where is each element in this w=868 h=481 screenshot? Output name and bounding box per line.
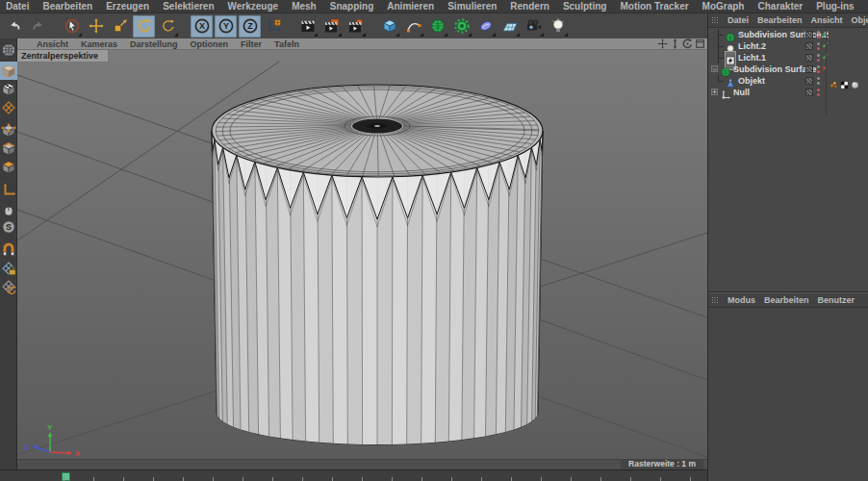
live-selection-tool[interactable]: [61, 15, 83, 38]
menu-motion-tracker[interactable]: Motion Tracker: [620, 1, 688, 12]
add-deformer-button[interactable]: [474, 15, 497, 38]
object-row-licht-1[interactable]: Licht.1✓: [708, 52, 868, 63]
object-label[interactable]: Licht.1: [738, 53, 766, 63]
viewport-menu-ansicht[interactable]: Ansicht: [37, 39, 68, 49]
render-view-button[interactable]: [296, 15, 319, 38]
menu-mesh[interactable]: Mesh: [292, 1, 317, 12]
editor-visibility-dot[interactable]: [817, 31, 820, 34]
menu-rendern[interactable]: Rendern: [510, 1, 549, 12]
menu-bearbeiten[interactable]: Bearbeiten: [42, 1, 92, 12]
tweak-mode-button[interactable]: [0, 199, 17, 217]
workplane-rotate-button[interactable]: [0, 277, 17, 295]
model-mode-button[interactable]: [0, 62, 17, 80]
editor-visibility-dot[interactable]: [817, 54, 820, 57]
points-mode-button[interactable]: [0, 121, 17, 139]
object-row-subdivision-surface-2[interactable]: Subdivision Surface.2✓: [708, 29, 868, 40]
undo-button[interactable]: [3, 15, 25, 38]
object-row-null[interactable]: +Null: [708, 87, 868, 98]
object-manager-menu-datei[interactable]: Datei: [728, 15, 749, 25]
render-picture-viewer-button[interactable]: [320, 15, 343, 38]
menu-werkzeuge[interactable]: Werkzeuge: [228, 1, 279, 12]
rotate-view-icon[interactable]: [682, 38, 693, 49]
scale-tool[interactable]: [109, 15, 131, 38]
render-visibility-dot[interactable]: [817, 59, 820, 62]
edges-mode-button[interactable]: [0, 139, 17, 158]
texture-mode-button[interactable]: [0, 80, 17, 98]
lock-x-axis-button[interactable]: X: [191, 15, 213, 38]
menu-plug-ins[interactable]: Plug-ins: [816, 1, 854, 12]
make-editable-button[interactable]: [0, 38, 17, 62]
add-environment-button[interactable]: [498, 15, 521, 38]
redo-button[interactable]: [27, 15, 49, 38]
layer-color-box[interactable]: [805, 77, 813, 85]
layer-color-box[interactable]: [805, 54, 813, 62]
om-null-icon[interactable]: [721, 87, 730, 104]
object-row-subdivision-surface[interactable]: -Subdivision Surface×: [708, 63, 868, 75]
viewport-menu-filter[interactable]: Filter: [241, 39, 262, 49]
add-camera-button[interactable]: [523, 15, 545, 38]
editor-visibility-dot[interactable]: [817, 42, 820, 45]
rotate-tool[interactable]: [133, 15, 155, 38]
viewport-menu-optionen[interactable]: Optionen: [191, 39, 229, 49]
add-spline-button[interactable]: [402, 15, 424, 38]
workplane-snap-button[interactable]: [0, 259, 17, 277]
menu-selektieren[interactable]: Selektieren: [163, 1, 214, 12]
editor-visibility-dot[interactable]: [817, 77, 820, 80]
layer-color-box[interactable]: [805, 89, 813, 96]
expander-minus-icon[interactable]: -: [711, 65, 718, 72]
menu-animieren[interactable]: Animieren: [387, 1, 434, 12]
object-label[interactable]: Subdivision Surface.2: [738, 30, 829, 39]
coordinate-system-button[interactable]: [263, 15, 285, 38]
object-row-licht-2[interactable]: Licht.2✓: [708, 40, 868, 52]
toggle-panel-icon[interactable]: [695, 38, 705, 49]
soft-selection-button[interactable]: S: [0, 217, 17, 236]
camera-label[interactable]: Zentralperspektive: [17, 50, 109, 63]
object-label[interactable]: Objekt: [738, 76, 765, 86]
render-visibility-dot[interactable]: [817, 47, 820, 50]
layer-color-box[interactable]: [805, 42, 813, 50]
object-label[interactable]: Subdivision Surface: [733, 64, 817, 74]
axis-mode-button[interactable]: [0, 181, 17, 199]
viewport-menu-kameras[interactable]: Kameras: [81, 39, 117, 49]
pan-view-icon[interactable]: [657, 38, 668, 49]
editor-visibility-dot[interactable]: [817, 65, 820, 68]
polygons-mode-button[interactable]: [0, 158, 17, 176]
render-settings-button[interactable]: [345, 15, 367, 38]
object-manager-menu-objekte[interactable]: Objekte: [852, 15, 868, 25]
add-light-button[interactable]: [547, 15, 569, 38]
attribute-manager-menu-bearbeiten[interactable]: Bearbeiten: [764, 295, 809, 305]
layer-color-box[interactable]: [805, 31, 813, 38]
panel-drag-handle-icon[interactable]: [711, 296, 719, 304]
attribute-manager-menu-benutzer[interactable]: Benutzer: [818, 295, 855, 305]
add-primitive-button[interactable]: [378, 15, 400, 38]
object-label[interactable]: Licht.2: [738, 41, 766, 51]
render-visibility-dot[interactable]: [817, 82, 820, 85]
workplane-mode-button[interactable]: [0, 98, 17, 116]
menu-charakter[interactable]: Charakter: [757, 1, 803, 12]
object-row-objekt[interactable]: Objekt: [708, 75, 868, 87]
menu-mograph[interactable]: MoGraph: [702, 1, 745, 12]
panel-drag-handle-icon[interactable]: [711, 16, 719, 24]
render-visibility-dot[interactable]: [817, 70, 820, 73]
object-manager-menu-bearbeiten[interactable]: Bearbeiten: [757, 15, 803, 25]
attribute-manager-menu-modus[interactable]: Modus: [728, 295, 755, 305]
menu-erzeugen[interactable]: Erzeugen: [106, 1, 149, 12]
render-visibility-dot[interactable]: [817, 93, 820, 96]
layer-color-box[interactable]: [805, 65, 813, 73]
object-manager-menu-ansicht[interactable]: Ansicht: [811, 15, 843, 25]
move-tool[interactable]: [85, 15, 107, 38]
add-subdivision-surface-button[interactable]: [426, 15, 448, 38]
add-generator-button[interactable]: [450, 15, 472, 38]
menu-snapping[interactable]: Snapping: [330, 1, 374, 12]
snap-toggle-button[interactable]: [0, 240, 17, 259]
timeline-strip[interactable]: [0, 469, 707, 481]
lock-z-axis-button[interactable]: Z: [239, 15, 261, 38]
viewport-menu-tafeln[interactable]: Tafeln: [274, 39, 299, 49]
object-label[interactable]: Null: [733, 88, 750, 97]
expander-plus-icon[interactable]: +: [711, 89, 718, 95]
dolly-view-icon[interactable]: [670, 38, 680, 49]
last-tool[interactable]: [157, 15, 179, 38]
menu-datei[interactable]: Datei: [6, 1, 29, 12]
menu-simulieren[interactable]: Simulieren: [447, 1, 497, 12]
menu-sculpting[interactable]: Sculpting: [563, 1, 607, 12]
